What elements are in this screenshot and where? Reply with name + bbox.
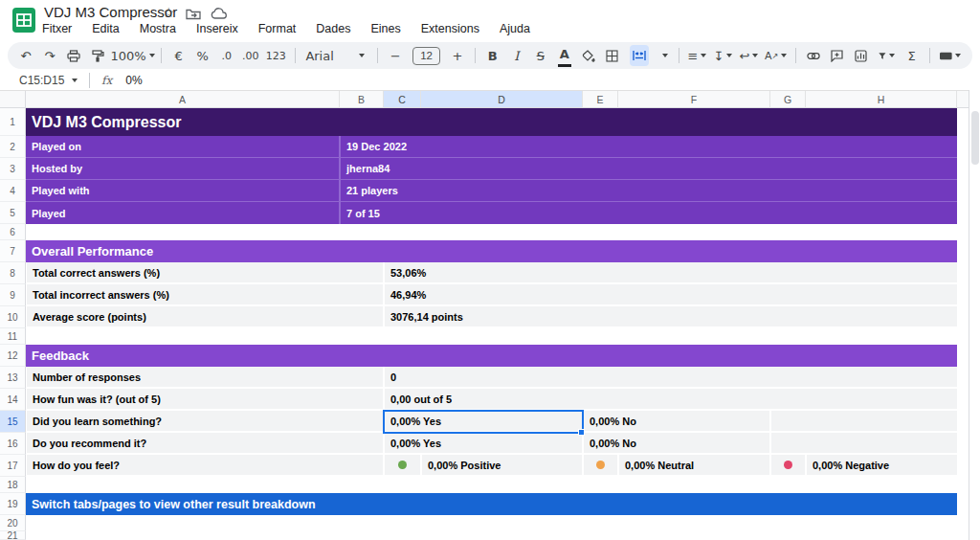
- row-header-15[interactable]: 15: [0, 411, 26, 433]
- font-select[interactable]: Arial: [305, 46, 367, 65]
- cell-footer-banner[interactable]: Switch tabs/pages to view other result b…: [26, 493, 957, 515]
- row-header-1[interactable]: 1: [0, 108, 26, 136]
- cell-recommend-yes[interactable]: 0,00% Yes: [385, 433, 582, 453]
- row-header-6[interactable]: 6: [0, 224, 26, 240]
- cell-neutral-dot[interactable]: [584, 455, 617, 475]
- cell-negative-value[interactable]: 0,00% Negative: [807, 455, 957, 475]
- row-header-9[interactable]: 9: [0, 284, 26, 306]
- cell-label[interactable]: Hosted by: [26, 158, 339, 179]
- vertical-scrollbar-track[interactable]: [969, 90, 980, 540]
- menu-format[interactable]: Format: [258, 22, 297, 35]
- column-header-A[interactable]: A: [26, 91, 340, 108]
- paint-format-icon[interactable]: [91, 46, 104, 65]
- more-formats-icon[interactable]: 123: [268, 46, 284, 65]
- row-header-10[interactable]: 10: [0, 306, 26, 328]
- star-icon[interactable]: ☆: [163, 5, 175, 20]
- input-tools-keyboard-icon[interactable]: [940, 46, 961, 65]
- redo-icon[interactable]: ↷: [43, 46, 56, 65]
- merge-dropdown-caret[interactable]: [662, 54, 668, 57]
- column-header-H[interactable]: H: [806, 91, 957, 108]
- increase-decimals-icon[interactable]: .00: [244, 46, 257, 65]
- cell-positive-value[interactable]: 0,00% Positive: [422, 455, 582, 475]
- insert-chart-icon[interactable]: [855, 46, 868, 65]
- filter-icon[interactable]: [879, 46, 895, 65]
- cell-value[interactable]: 0: [385, 367, 957, 387]
- text-color-icon[interactable]: A: [558, 45, 571, 67]
- cell-label[interactable]: Did you learn something?: [27, 411, 383, 431]
- fill-handle[interactable]: [578, 429, 585, 436]
- cell-label[interactable]: How do you feel?: [27, 455, 383, 475]
- cell-positive-dot[interactable]: [385, 455, 420, 475]
- cell-value[interactable]: 46,94%: [385, 284, 957, 304]
- row-header-19[interactable]: 19: [0, 493, 26, 515]
- menu-fitxer[interactable]: Fitxer: [42, 22, 72, 35]
- cell-value[interactable]: 0,00 out of 5: [385, 389, 957, 409]
- undo-icon[interactable]: ↶: [19, 46, 33, 65]
- column-header-G[interactable]: G: [770, 91, 806, 108]
- row-header-16[interactable]: 16: [0, 433, 26, 455]
- row-header-13[interactable]: 13: [0, 367, 26, 389]
- menu-eines[interactable]: Eines: [370, 22, 400, 35]
- cell-value[interactable]: 53,06%: [385, 262, 957, 282]
- cell-label[interactable]: Do you recommend it?: [27, 433, 383, 453]
- insert-comment-icon[interactable]: [831, 46, 844, 65]
- cell-label[interactable]: Average score (points): [27, 306, 383, 326]
- cell-value[interactable]: 19 Dec 2022: [341, 136, 957, 157]
- vertical-align-icon[interactable]: ↧: [716, 46, 731, 65]
- cell-negative-dot[interactable]: [771, 455, 805, 475]
- insert-link-icon[interactable]: [807, 46, 820, 65]
- horizontal-align-icon[interactable]: ≡: [690, 46, 705, 65]
- row-header-11[interactable]: 11: [0, 328, 26, 345]
- strikethrough-icon[interactable]: S: [534, 46, 547, 65]
- select-all-corner[interactable]: [0, 91, 26, 108]
- row-header-7[interactable]: 7: [0, 240, 26, 262]
- font-size-input[interactable]: 12: [412, 47, 440, 65]
- cell-empty[interactable]: [771, 433, 957, 453]
- text-wrap-icon[interactable]: ↩: [741, 46, 756, 65]
- row-header-3[interactable]: 3: [0, 158, 26, 180]
- print-icon[interactable]: [67, 46, 80, 65]
- cell-label[interactable]: Total correct answers (%): [27, 262, 383, 282]
- cell-empty[interactable]: [771, 411, 957, 431]
- document-title[interactable]: VDJ M3 Compressor: [44, 4, 177, 21]
- fill-color-icon[interactable]: [582, 46, 595, 65]
- cell-label[interactable]: Played on: [26, 136, 339, 157]
- cell-title[interactable]: VDJ M3 Compressor: [26, 108, 957, 136]
- cell-recommend-no[interactable]: 0,00% No: [584, 433, 769, 453]
- row-header-4[interactable]: 4: [0, 180, 26, 202]
- column-header-D[interactable]: D: [421, 91, 583, 108]
- menu-mostra[interactable]: Mostra: [140, 22, 176, 35]
- decrease-decimals-icon[interactable]: .0: [220, 46, 234, 65]
- cell-value[interactable]: 3076,14 points: [385, 306, 957, 326]
- functions-sigma-icon[interactable]: Σ: [905, 46, 919, 65]
- column-header-B[interactable]: B: [340, 91, 384, 108]
- row-header-17[interactable]: 17: [0, 455, 26, 477]
- column-header-C[interactable]: C: [384, 91, 421, 108]
- row-header-5[interactable]: 5: [0, 202, 26, 224]
- cell-learn-yes[interactable]: 0,00% Yes: [385, 411, 582, 431]
- row-header-21[interactable]: 21: [0, 531, 26, 540]
- zoom-select[interactable]: 100%: [115, 46, 150, 65]
- cell-value[interactable]: jherna84: [341, 158, 957, 179]
- cell-value[interactable]: 21 players: [341, 180, 957, 201]
- text-rotation-icon[interactable]: A↗: [767, 46, 785, 65]
- row-header-18[interactable]: 18: [0, 477, 26, 493]
- cell-label[interactable]: Total incorrect answers (%): [27, 284, 383, 304]
- merge-cells-icon[interactable]: [630, 45, 649, 66]
- percent-format-icon[interactable]: %: [196, 46, 210, 65]
- row-header-14[interactable]: 14: [0, 389, 26, 411]
- column-header-E[interactable]: E: [583, 91, 618, 108]
- menu-extensions[interactable]: Extensions: [421, 22, 479, 35]
- cell-label[interactable]: How fun was it? (out of 5): [27, 389, 383, 409]
- row-header-2[interactable]: 2: [0, 136, 26, 158]
- vertical-scrollbar-thumb[interactable]: [971, 111, 979, 165]
- row-header-12[interactable]: 12: [0, 345, 26, 367]
- cell-value[interactable]: 7 of 15: [341, 202, 957, 224]
- cell-label[interactable]: Played: [26, 202, 339, 224]
- decrease-font-size-button[interactable]: −: [389, 46, 402, 65]
- cell-section-feedback[interactable]: Feedback: [26, 345, 957, 367]
- cell-section-overall-performance[interactable]: Overall Performance: [26, 240, 957, 262]
- menu-ajuda[interactable]: Ajuda: [500, 22, 530, 35]
- menu-dades[interactable]: Dades: [316, 22, 350, 35]
- borders-icon[interactable]: [606, 46, 619, 65]
